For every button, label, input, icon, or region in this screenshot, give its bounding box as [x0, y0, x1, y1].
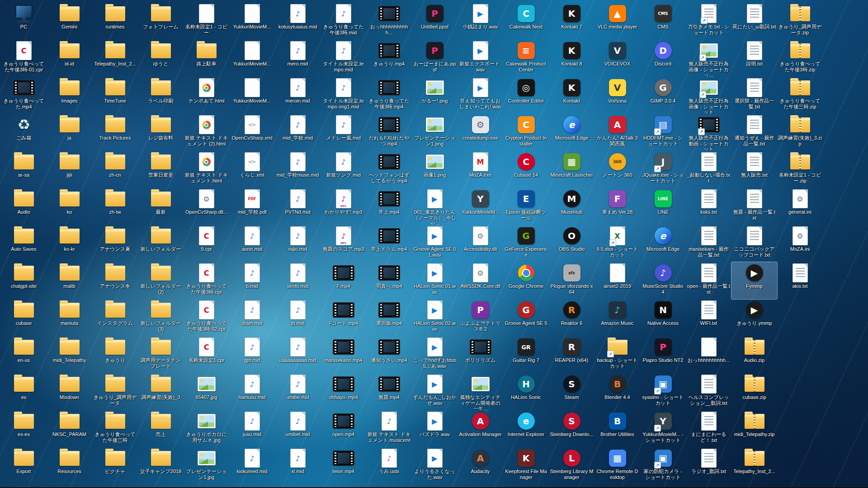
desktop-icon[interactable]: CCrypton Product Installer [503, 114, 549, 151]
desktop-icon[interactable]: EEpson 接続診断ツール [503, 188, 549, 225]
desktop-icon[interactable]: sfzPlogue sforzando x64 [549, 262, 594, 299]
desktop-icon[interactable]: YukkuriMovieM... [229, 77, 275, 114]
desktop-icon[interactable]: eMicrosoft Edge [640, 225, 686, 262]
desktop-icon[interactable]: アナウンス夏 [92, 225, 138, 262]
desktop-icon[interactable]: 65407.jpg [184, 373, 229, 410]
desktop-icon[interactable]: CMSCMS [640, 3, 686, 40]
desktop-icon[interactable]: zh-tw [92, 188, 138, 225]
desktop-icon[interactable]: 調声練習(失敗)_3.zip [777, 114, 823, 151]
desktop-icon[interactable]: きゅうり_調声用データ [92, 373, 138, 410]
desktop-icon[interactable]: ⚙createdump.exe [458, 114, 503, 151]
desktop-icon[interactable]: runtimes [92, 3, 138, 40]
desktop-icon[interactable]: C名称未設定1.cpr [184, 336, 229, 373]
desktop-icon[interactable]: おっhhhhhhhhhhh... [366, 3, 412, 40]
desktop-icon[interactable]: ♪新規 テキスト ドキュメント.musicxml [366, 410, 412, 447]
desktop-icon[interactable]: open - 親作品一覧.txt [686, 262, 731, 299]
desktop-icon[interactable]: ko [47, 188, 92, 225]
desktop-icon[interactable]: ラベル印刷 [138, 77, 184, 114]
desktop-icon[interactable]: プレゼンテーション1.jpg [184, 447, 229, 484]
desktop-icon[interactable]: まにまにわーるど！.txt [686, 410, 731, 447]
desktop-icon[interactable]: eInternet Explorer [503, 410, 549, 447]
desktop-icon[interactable]: ↗backup - ショートカット [594, 336, 640, 373]
desktop-icon[interactable]: KKeepforest File Manager [503, 447, 549, 484]
desktop-icon[interactable]: プレゼンテーション1.png [412, 114, 458, 151]
desktop-surface[interactable]: PCGeminiruntimesフォトフレーム名称未設定1 - コピーYukku… [0, 0, 868, 487]
desktop-icon[interactable]: GGeForce Experience [503, 225, 549, 262]
desktop-icon[interactable]: es [1, 373, 47, 410]
desktop-icon[interactable]: eMicrosoft Edge [549, 114, 594, 151]
desktop-icon[interactable]: open.mp4 [321, 410, 366, 447]
desktop-icon[interactable]: RREAPER (x64) [549, 336, 594, 373]
desktop-icon[interactable]: レジ袋有料 [138, 114, 184, 151]
desktop-icon[interactable]: ♪mid_学校.mid [275, 114, 321, 151]
desktop-icon[interactable]: 無題.mp4 [366, 373, 412, 410]
desktop-icon[interactable]: AAudacity [458, 447, 503, 484]
desktop-icon[interactable]: ▦Minecraft Launcher [549, 151, 594, 188]
desktop-icon[interactable]: ♪dram.mid [229, 299, 275, 336]
desktop-icon[interactable]: ゆうと [138, 40, 184, 77]
desktop-icon[interactable]: Google Chrome [503, 262, 549, 299]
desktop-icon[interactable]: ♪MuseScore Studio 4 [640, 262, 686, 299]
desktop-icon[interactable]: ♪b.mid [229, 262, 275, 299]
desktop-icon[interactable]: WIFI.txt [686, 299, 731, 336]
desktop-icon[interactable]: ♪jusu.mid [229, 410, 275, 447]
desktop-icon[interactable]: manisekarn - 親作品一覧.txt [686, 225, 731, 262]
desktop-icon[interactable]: ♪sirofo.mid [275, 262, 321, 299]
desktop-icon[interactable]: きゅうり食ってた午後3時.mp4 [366, 77, 412, 114]
desktop-icon[interactable]: YukkuriMovieM... [229, 40, 275, 77]
desktop-icon[interactable]: ⚙MoZA.ini [777, 225, 823, 262]
desktop-icon[interactable]: ▶新規エクスポート.wav [458, 40, 503, 77]
desktop-icon[interactable]: CCakewalk Next [503, 3, 549, 40]
desktop-icon[interactable]: KKontakt 8 [549, 40, 594, 77]
desktop-icon[interactable]: MMoZA.exe [458, 151, 503, 188]
desktop-icon[interactable]: ラジオ_歌詞.txt [686, 447, 731, 484]
desktop-icon[interactable]: ヘルスコンプレッション__歌詞.txt [686, 373, 731, 410]
desktop-icon[interactable]: F.mp4 [321, 262, 366, 299]
desktop-icon[interactable]: きゅうり食べってた午後三時.zip [777, 77, 823, 114]
desktop-icon[interactable]: ♪PVTNd.mid [275, 188, 321, 225]
desktop-icon[interactable]: J↗JQuake.exe - ショートカット [640, 151, 686, 188]
desktop-icon[interactable]: PUntitled.ppsf [412, 3, 458, 40]
desktop-icon[interactable]: ▣↗家の防犯カメラ - ショートカット [640, 447, 686, 484]
desktop-icon[interactable]: 路上駐車 [184, 40, 229, 77]
desktop-icon[interactable]: ポリリリズム [458, 336, 503, 373]
desktop-icon[interactable]: HHALion Sonic [503, 373, 549, 410]
desktop-icon[interactable]: airset2-2019 [594, 262, 640, 299]
desktop-icon[interactable]: jijii [47, 151, 92, 188]
desktop-icon[interactable]: ♪mid_学校muse.mid [275, 151, 321, 188]
desktop-icon[interactable]: ♪umibe.mid [275, 373, 321, 410]
desktop-icon[interactable]: 調声用データテンプレート [138, 336, 184, 373]
desktop-icon[interactable]: ⚙general.ini [777, 188, 823, 225]
desktop-icon[interactable]: ♪aorin.mid [229, 225, 275, 262]
desktop-icon[interactable]: フォトフレーム [138, 3, 184, 40]
desktop-icon[interactable]: GRGuitar Rig 7 [503, 336, 549, 373]
desktop-icon[interactable]: 無題 - 親作品一覧.txt [731, 188, 777, 225]
desktop-icon[interactable]: アナウンス冬 [92, 262, 138, 299]
desktop-icon[interactable]: ♪新規ソング.mid [321, 151, 366, 188]
desktop-icon[interactable]: きゅうり [92, 336, 138, 373]
desktop-icon[interactable]: Auto Saves [1, 225, 47, 262]
desktop-icon[interactable]: ♪タイトル未設定,tempo.mid [321, 40, 366, 77]
desktop-icon[interactable]: PPiapro Studio NT2 [640, 336, 686, 373]
desktop-icon[interactable]: VVoiSona [594, 77, 640, 114]
desktop-icon[interactable]: ♪kotusytuaaus.mid [275, 3, 321, 40]
desktop-icon[interactable]: ▶ずんだもん_しおかぜ.wav [412, 373, 458, 410]
desktop-icon[interactable]: ♪無題のスコア.mp3 [321, 225, 366, 262]
desktop-icon[interactable]: VVOICEVOX [594, 40, 640, 77]
desktop-icon[interactable]: テンポあて.html [184, 77, 229, 114]
desktop-icon[interactable]: 新しいフォルダー [138, 225, 184, 262]
desktop-icon[interactable]: OOBS Studio [549, 225, 594, 262]
desktop-icon[interactable]: malib [47, 262, 92, 299]
desktop-icon[interactable]: ♪uaaaaaaaaa.mid [275, 336, 321, 373]
desktop-icon[interactable]: Pぷよぷよ™テトリス® 2 [458, 299, 503, 336]
desktop-icon[interactable]: ♪Amazon Music [594, 299, 640, 336]
desktop-icon[interactable]: Aかんたん! AITalk 3 関西風 [594, 114, 640, 151]
desktop-icon[interactable]: Resources [47, 447, 92, 484]
desktop-icon[interactable]: 選択版.mp4 [366, 299, 412, 336]
desktop-icon[interactable]: AActivation Manager [458, 410, 503, 447]
desktop-icon[interactable]: きゅうり食べってた.mp4 [1, 77, 47, 114]
desktop-icon[interactable]: ♪mero.mid [275, 40, 321, 77]
desktop-icon[interactable]: 無人販売.txt [731, 151, 777, 188]
desktop-icon[interactable]: ▶こっでhndすおfdsb5ぶあ.wav [412, 336, 458, 373]
desktop-icon[interactable]: ニコニコバックアップコード.txt [731, 225, 777, 262]
